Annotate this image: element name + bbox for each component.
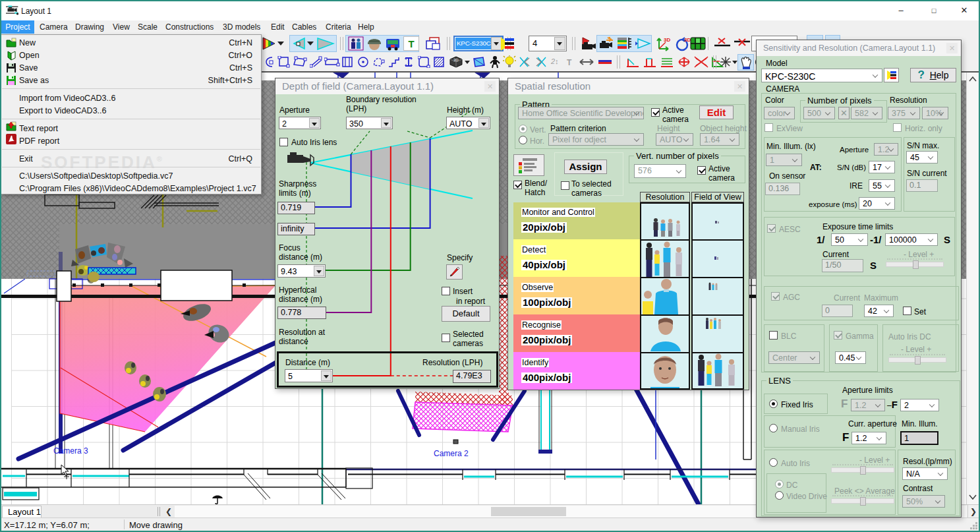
svg-text:2↕: 2↕	[550, 57, 559, 65]
svg-text:Camera 2: Camera 2	[434, 449, 469, 458]
svg-text:3D: 3D	[664, 37, 670, 43]
svg-text:3D: 3D	[453, 58, 459, 62]
svg-text:Camera 3: Camera 3	[53, 446, 88, 456]
